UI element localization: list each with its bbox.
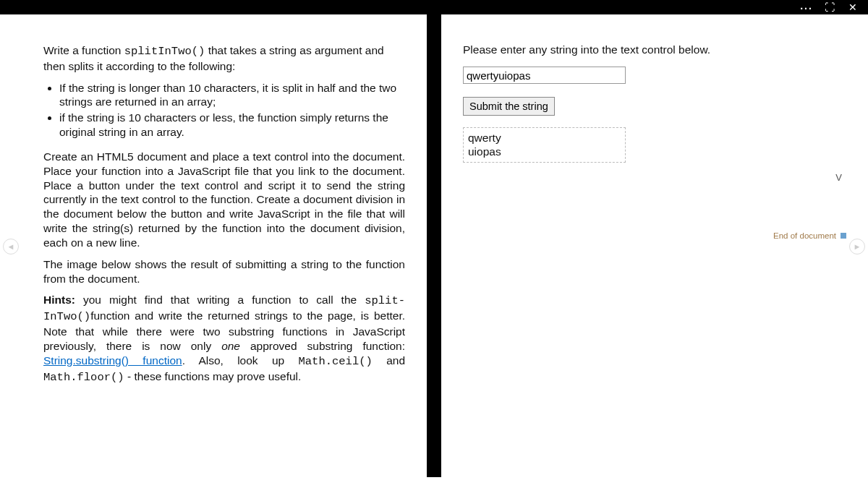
emphasis-one: one: [221, 340, 240, 352]
page-number-mark: V: [835, 172, 842, 183]
page-left: Write a function splitInTwo() that takes…: [22, 14, 427, 477]
hints-label: Hints:: [43, 294, 75, 306]
close-icon[interactable]: ✕: [848, 2, 858, 12]
document-viewport: Write a function splitInTwo() that takes…: [22, 14, 846, 488]
image-caption-paragraph: The image below shows the result of subm…: [43, 257, 405, 286]
prompt-text: Please enter any string into the text co…: [463, 43, 825, 56]
end-of-document-marker: End of document: [773, 231, 846, 240]
text: approved substring function:: [240, 340, 405, 352]
instructions-paragraph: Create an HTML5 document and place a tex…: [43, 150, 405, 250]
text: . Also, look up: [182, 354, 299, 367]
text: you might find that writing a function t…: [75, 294, 365, 306]
end-of-document-label: End of document: [773, 231, 836, 240]
code-math-floor: Math.floor(): [43, 371, 124, 384]
output-division: qwerty uiopas: [463, 127, 626, 163]
text: and: [373, 354, 405, 367]
page-spread: Write a function splitInTwo() that takes…: [22, 14, 846, 477]
next-page-button[interactable]: ►: [849, 239, 865, 254]
text: - these functions may prove useful.: [124, 370, 302, 382]
page-right: Please enter any string into the text co…: [441, 14, 846, 477]
string-input[interactable]: [463, 67, 626, 84]
hints-paragraph: Hints: you might find that writing a fun…: [43, 293, 405, 385]
intro-paragraph: Write a function splitInTwo() that takes…: [43, 43, 405, 74]
list-item: If the string is longer than 10 characte…: [59, 81, 405, 110]
submit-button[interactable]: Submit the string: [463, 97, 555, 116]
fullscreen-icon[interactable]: ⛶: [825, 2, 835, 12]
requirements-list: If the string is longer than 10 characte…: [59, 81, 405, 140]
code-math-ceil: Math.ceil(): [299, 355, 373, 368]
output-line: uiopas: [468, 145, 621, 158]
code-splitintwo: splitInTwo(): [124, 45, 205, 58]
prev-page-button[interactable]: ◄: [3, 239, 19, 254]
title-bar: ... ⛶ ✕: [0, 0, 868, 14]
substring-link[interactable]: String.substring() function: [43, 354, 182, 367]
page-divider: [427, 14, 441, 477]
text: Write a function: [43, 44, 124, 56]
list-item: if the string is 10 characters or less, …: [59, 111, 405, 140]
more-icon[interactable]: ...: [801, 1, 812, 11]
output-line: qwerty: [468, 131, 621, 145]
